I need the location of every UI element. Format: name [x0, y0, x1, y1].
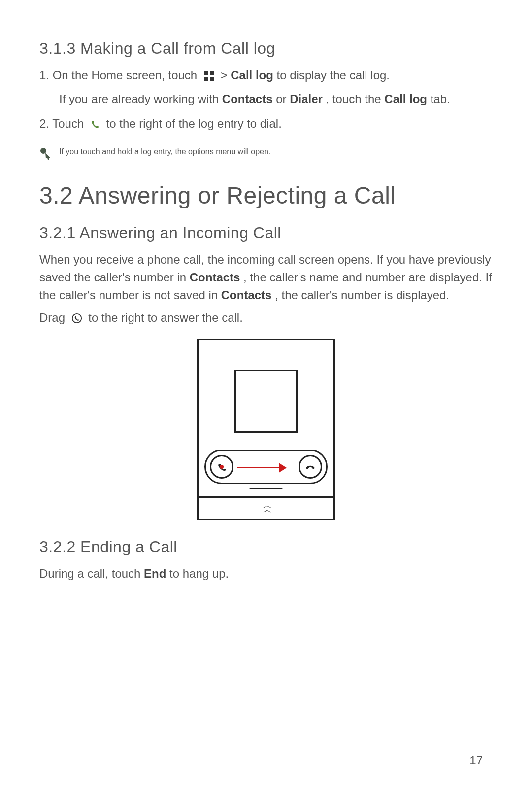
heading-3-2: 3.2 Answering or Rejecting a Call — [39, 182, 493, 209]
step-2: 2. Touch to the right of the log entry t… — [39, 115, 493, 135]
phone-handset-icon — [90, 117, 100, 135]
caller-photo-box — [234, 370, 298, 433]
step-1: 1. On the Home screen, touch > Call log … — [39, 67, 493, 86]
chevron-up-icon: ︿︿ — [263, 503, 269, 512]
heading-3-1-3: 3.1.3 Making a Call from Call log — [39, 39, 493, 58]
p321-c: , the caller's number is displayed. — [275, 288, 449, 302]
step2-prefix: 2. Touch — [39, 117, 87, 130]
phone-diagram: ︿︿ — [39, 339, 493, 520]
p321-contacts1: Contacts — [190, 271, 240, 284]
answer-circle-icon — [71, 311, 82, 329]
drag-suffix: to the right to answer the call. — [88, 311, 243, 324]
sub1-b: or — [276, 92, 290, 105]
svg-point-5 — [72, 314, 81, 323]
note-row: If you touch and hold a log entry, the o… — [39, 147, 493, 162]
decline-handle-icon — [299, 455, 322, 479]
drag-line: Drag to the right to answer the call. — [39, 309, 493, 329]
slider-track — [204, 450, 328, 484]
apps-grid-icon — [203, 69, 214, 86]
heading-3-2-1: 3.2.1 Answering an Incoming Call — [39, 224, 493, 242]
bottom-tray: ︿︿ — [199, 496, 333, 519]
step-1-sub: If you are already working with Contacts… — [59, 90, 493, 108]
p321-contacts2: Contacts — [221, 288, 272, 302]
sub1-a: If you are already working with — [59, 92, 222, 105]
drag-prefix: Drag — [39, 311, 68, 324]
svg-rect-3 — [210, 77, 214, 81]
p322-b: to hang up. — [169, 567, 229, 580]
step1-after-icon: > — [221, 69, 231, 82]
svg-rect-0 — [204, 71, 208, 75]
p322-a: During a call, touch — [39, 567, 144, 580]
answer-handle-icon — [210, 455, 233, 479]
sub1-contacts: Contacts — [222, 92, 273, 105]
step1-bold: Call log — [231, 69, 273, 82]
step1-prefix: 1. On the Home screen, touch — [39, 69, 200, 82]
svg-rect-1 — [210, 71, 214, 75]
p322-end: End — [144, 567, 166, 580]
para-3-2-2: During a call, touch End to hang up. — [39, 565, 493, 583]
page-number: 17 — [469, 754, 483, 767]
heading-3-2-2: 3.2.2 Ending a Call — [39, 538, 493, 556]
step2-suffix: to the right of the log entry to dial. — [106, 117, 282, 130]
sub1-dialer: Dialer — [290, 92, 323, 105]
sub1-calllog: Call log — [384, 92, 427, 105]
note-pointer-icon — [39, 147, 53, 162]
svg-rect-2 — [204, 77, 208, 81]
para-3-2-1: When you receive a phone call, the incom… — [39, 251, 493, 304]
sub1-d: tab. — [431, 92, 450, 105]
phone-outline: ︿︿ — [197, 339, 335, 520]
sub1-c: , touch the — [326, 92, 385, 105]
step1-after-bold: to display the call log. — [277, 69, 390, 82]
drag-arrow-icon — [237, 467, 286, 468]
note-text: If you touch and hold a log entry, the o… — [59, 147, 270, 156]
